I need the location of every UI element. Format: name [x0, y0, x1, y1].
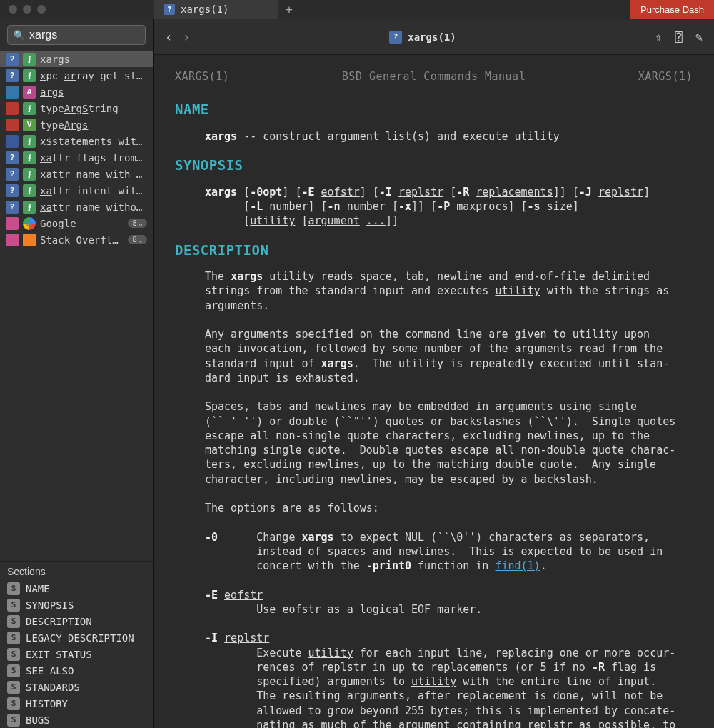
section-link[interactable]: SEXIT STATUS [0, 646, 153, 662]
man-center: BSD General Commands Manual [342, 69, 526, 84]
sections-header: Sections [0, 561, 153, 580]
page-title: ? xargs(1) [201, 31, 645, 44]
search-result[interactable]: VtypeArgs [0, 116, 153, 133]
section-label: BUGS [26, 714, 50, 726]
type-icon: ⨍ [23, 184, 36, 197]
back-button[interactable]: ‹ [165, 29, 173, 44]
section-link[interactable]: SSTANDARDS [0, 679, 153, 695]
type-icon: ⨍ [23, 168, 36, 181]
docset-icon [6, 86, 19, 99]
search-result[interactable]: ?⨍xattr_flags_from… [0, 149, 153, 166]
section-link[interactable]: SBUGS [0, 712, 153, 728]
result-label: Google [40, 218, 124, 229]
tab-strip: ? xargs(1) + [154, 0, 630, 19]
type-icon: A [23, 86, 36, 99]
section-icon: S [7, 681, 20, 694]
section-synopsis: SYNOPSIS [175, 156, 693, 175]
window-controls [0, 5, 154, 14]
search-result[interactable]: ⨍x$statements_wit… [0, 133, 153, 149]
section-link[interactable]: SDESCRIPTION [0, 613, 153, 629]
manpage-icon: ? [389, 31, 402, 44]
type-icon: V [23, 119, 36, 131]
search-input[interactable] [29, 29, 172, 41]
search-result[interactable]: ?⨍xargs [0, 51, 153, 67]
section-icon: S [7, 615, 20, 628]
docset-icon [6, 119, 19, 131]
section-icon: S [7, 582, 20, 595]
new-tab-button[interactable]: + [278, 0, 300, 19]
section-icon: S [7, 714, 20, 727]
type-icon: ⨍ [23, 53, 36, 66]
section-link[interactable]: SSYNOPSIS [0, 597, 153, 613]
search-result[interactable]: Stack Overflow8 [0, 231, 153, 248]
section-link[interactable]: SNAME [0, 580, 153, 597]
search-result[interactable]: ?⨍xattr_name_with_… [0, 166, 153, 182]
search-result[interactable]: ⨍typeArgString [0, 100, 153, 116]
synopsis-text: xargs [-0opt] [-E eofstr] [-I replstr [-… [205, 185, 693, 229]
search-results: ?⨍xargs?⨍xpc_array_get_st…Aargs⨍typeArgS… [0, 51, 153, 561]
minimize-window-icon[interactable] [23, 5, 31, 14]
type-icon: ⨍ [23, 201, 36, 214]
edit-icon[interactable]: ✎ [695, 30, 703, 44]
search-result[interactable]: Aargs [0, 84, 153, 100]
bookmark-icon[interactable]: ⍰ [675, 30, 683, 44]
zoom-window-icon[interactable] [37, 5, 46, 14]
result-count[interactable]: 8 [128, 219, 147, 228]
close-window-icon[interactable] [9, 5, 17, 14]
result-label: xattr_flags_from… [40, 152, 147, 164]
section-label: SYNOPSIS [26, 599, 74, 611]
section-link[interactable]: SSEE ALSO [0, 662, 153, 679]
result-label: typeArgString [40, 103, 147, 114]
docset-icon: ? [6, 201, 19, 214]
search-result[interactable]: ?⨍xpc_array_get_st… [0, 67, 153, 84]
document-body[interactable]: XARGS(1) BSD General Commands Manual XAR… [154, 55, 714, 728]
man-left: XARGS(1) [175, 69, 229, 84]
docset-icon: ? [6, 53, 19, 66]
docset-icon: ? [6, 151, 19, 164]
docset-icon [6, 234, 19, 246]
result-label: xargs [40, 54, 147, 65]
docset-icon: ? [6, 69, 19, 82]
forward-button[interactable]: › [183, 29, 191, 44]
result-label: xattr_name_witho… [40, 201, 147, 213]
section-description: DESCRIPTION [175, 241, 693, 260]
search-result[interactable]: ?⨍xattr_intent_wit… [0, 182, 153, 199]
result-label: Stack Overflow [40, 234, 124, 246]
search-result[interactable]: GGoogle8 [0, 215, 153, 231]
tab-xargs[interactable]: ? xargs(1) [154, 0, 278, 19]
section-icon: S [7, 648, 20, 661]
section-link[interactable]: SLEGACY DESCRIPTION [0, 629, 153, 646]
search-field[interactable]: 🔍 ⓧ [7, 25, 146, 45]
man-right: XARGS(1) [638, 69, 693, 84]
tab-label: xargs(1) [181, 4, 228, 15]
section-name: NAME [175, 101, 693, 119]
section-label: LEGACY DESCRIPTION [26, 632, 134, 644]
nav-buttons: ‹ › [165, 29, 191, 44]
section-icon: S [7, 697, 20, 710]
purchase-button[interactable]: Purchase Dash [630, 0, 714, 19]
section-icon: S [7, 632, 20, 644]
content-toolbar: ‹ › ? xargs(1) ⇪ ⍰ ✎ [154, 19, 714, 55]
content-pane: ‹ › ? xargs(1) ⇪ ⍰ ✎ XARGS(1) BSD Genera… [154, 19, 714, 728]
result-label: xpc_array_get_st… [40, 70, 147, 81]
section-icon: S [7, 664, 20, 677]
search-result[interactable]: ?⨍xattr_name_witho… [0, 199, 153, 215]
docset-icon: ? [6, 168, 19, 181]
result-label: args [40, 86, 147, 98]
section-label: DESCRIPTION [26, 616, 92, 627]
section-link[interactable]: SHISTORY [0, 695, 153, 712]
result-count[interactable]: 8 [128, 235, 147, 244]
type-icon [23, 234, 36, 246]
type-icon: G [23, 217, 36, 230]
title-bar: ? xargs(1) + Purchase Dash [0, 0, 714, 19]
section-icon: S [7, 599, 20, 612]
sidebar: 🔍 ⓧ ?⨍xargs?⨍xpc_array_get_st…Aargs⨍type… [0, 19, 154, 728]
share-icon[interactable]: ⇪ [655, 30, 662, 44]
docset-icon: ? [6, 184, 19, 197]
manpage-icon: ? [164, 4, 175, 15]
section-label: NAME [26, 583, 50, 594]
section-label: HISTORY [26, 698, 68, 709]
result-label: xattr_name_with_… [40, 169, 147, 180]
docset-icon [6, 217, 19, 230]
sections-list: SNAMESSYNOPSISSDESCRIPTIONSLEGACY DESCRI… [0, 580, 153, 728]
